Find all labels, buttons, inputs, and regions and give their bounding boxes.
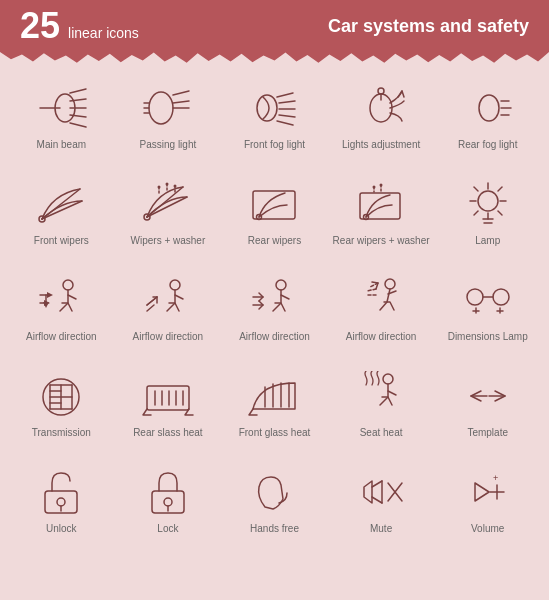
lock-label: Lock xyxy=(157,522,178,548)
svg-line-11 xyxy=(173,91,189,95)
front-glass-heat-label: Front glass heat xyxy=(239,426,311,452)
passing-light-label: Passing light xyxy=(140,138,197,164)
icon-cell-lights-adjustment: Lights adjustment xyxy=(328,74,435,166)
unlock-label: Unlock xyxy=(46,522,77,548)
wipers-washer-icon xyxy=(138,176,198,231)
airflow-3-label: Airflow direction xyxy=(239,330,310,356)
svg-point-58 xyxy=(170,280,180,290)
svg-line-12 xyxy=(173,101,189,103)
icon-cell-lamp: Lamp xyxy=(434,170,541,262)
rear-wipers-washer-icon xyxy=(351,176,411,231)
rear-fog-light-icon xyxy=(458,80,518,135)
icon-cell-dimensions-lamp: Dimensions Lamp xyxy=(434,266,541,358)
svg-line-51 xyxy=(474,187,478,191)
lamp-icon xyxy=(458,176,518,231)
svg-point-69 xyxy=(493,289,509,305)
svg-line-2 xyxy=(70,89,86,93)
svg-line-103 xyxy=(372,481,382,487)
svg-text:+: + xyxy=(493,473,498,483)
wipers-washer-label: Wipers + washer xyxy=(131,234,206,260)
icon-cell-mute: Mute xyxy=(328,458,435,550)
icon-cell-wipers-washer: Wipers + washer xyxy=(115,170,222,262)
volume-icon: + xyxy=(458,464,518,519)
rear-glass-heat-label: Rear slass heat xyxy=(133,426,202,452)
icon-cell-front-fog-light: Front fog light xyxy=(221,74,328,166)
header-title: Car systems and safety xyxy=(328,16,529,37)
icon-cell-lock: Lock xyxy=(115,458,222,550)
header-number: 25 xyxy=(20,8,60,44)
header-subtitle: linear icons xyxy=(68,25,139,41)
icon-cell-airflow-2: Airflow direction xyxy=(115,266,222,358)
svg-line-60 xyxy=(147,305,154,311)
airflow-4-icon xyxy=(351,272,411,327)
icon-cell-front-wipers: Front wipers xyxy=(8,170,115,262)
front-fog-light-label: Front fog light xyxy=(244,138,305,164)
lights-adjustment-icon xyxy=(351,80,411,135)
airflow-1-icon xyxy=(31,272,91,327)
svg-line-19 xyxy=(277,121,293,125)
main-beam-label: Main beam xyxy=(37,138,86,164)
svg-point-64 xyxy=(385,279,395,289)
hands-free-icon xyxy=(244,464,304,519)
icon-cell-transmission: Transmission xyxy=(8,362,115,454)
airflow-4-label: Airflow direction xyxy=(346,330,417,356)
mute-label: Mute xyxy=(370,522,392,548)
icon-cell-main-beam: Main beam xyxy=(8,74,115,166)
icons-grid: Main beam Passing light xyxy=(0,64,549,560)
icon-cell-airflow-3: Airflow direction xyxy=(221,266,328,358)
unlock-icon xyxy=(31,464,91,519)
svg-line-104 xyxy=(372,497,382,503)
svg-point-61 xyxy=(276,280,286,290)
svg-point-22 xyxy=(479,95,499,121)
airflow-3-icon xyxy=(244,272,304,327)
svg-point-46 xyxy=(478,191,498,211)
icon-cell-seat-heat: Seat heat xyxy=(328,362,435,454)
main-beam-icon xyxy=(31,80,91,135)
front-glass-heat-icon xyxy=(244,368,304,423)
svg-point-101 xyxy=(164,498,172,506)
rear-wipers-label: Rear wipers xyxy=(248,234,301,260)
svg-point-14 xyxy=(257,95,277,121)
mute-icon xyxy=(351,464,411,519)
hands-free-label: Hands free xyxy=(250,522,299,548)
front-fog-light-icon xyxy=(244,80,304,135)
template-label: Template xyxy=(467,426,508,452)
template-icon xyxy=(458,368,518,423)
svg-line-53 xyxy=(498,187,502,191)
icon-cell-unlock: Unlock xyxy=(8,458,115,550)
svg-line-16 xyxy=(279,101,295,103)
svg-line-59 xyxy=(147,297,157,305)
rear-wipers-washer-label: Rear wipers + washer xyxy=(333,234,430,260)
lock-icon xyxy=(138,464,198,519)
seat-heat-icon xyxy=(351,368,411,423)
torn-edge xyxy=(0,52,549,64)
volume-label: Volume xyxy=(471,522,504,548)
airflow-2-label: Airflow direction xyxy=(133,330,204,356)
svg-point-68 xyxy=(467,289,483,305)
icon-cell-airflow-4: Airflow direction xyxy=(328,266,435,358)
icon-cell-rear-glass-heat: Rear slass heat xyxy=(115,362,222,454)
airflow-1-label: Airflow direction xyxy=(26,330,97,356)
svg-point-94 xyxy=(383,374,393,384)
dimensions-lamp-label: Dimensions Lamp xyxy=(448,330,528,356)
icon-cell-hands-free: Hands free xyxy=(221,458,328,550)
front-wipers-label: Front wipers xyxy=(34,234,89,260)
transmission-label: Transmission xyxy=(32,426,91,452)
svg-marker-108 xyxy=(475,483,489,501)
lamp-label: Lamp xyxy=(475,234,500,260)
header: 25 linear icons Car systems and safety xyxy=(0,0,549,52)
svg-line-66 xyxy=(367,289,376,291)
svg-point-7 xyxy=(149,92,173,124)
passing-light-icon xyxy=(138,80,198,135)
icon-cell-rear-fog-light: Rear fog light xyxy=(434,74,541,166)
seat-heat-label: Seat heat xyxy=(360,426,403,452)
rear-wipers-icon xyxy=(244,176,304,231)
rear-fog-light-label: Rear fog light xyxy=(458,138,517,164)
dimensions-lamp-icon xyxy=(458,272,518,327)
transmission-icon xyxy=(31,368,91,423)
icon-cell-template: Template xyxy=(434,362,541,454)
front-wipers-icon xyxy=(31,176,91,231)
svg-line-18 xyxy=(279,115,295,117)
icon-cell-airflow-1: Airflow direction xyxy=(8,266,115,358)
svg-line-52 xyxy=(498,211,502,215)
